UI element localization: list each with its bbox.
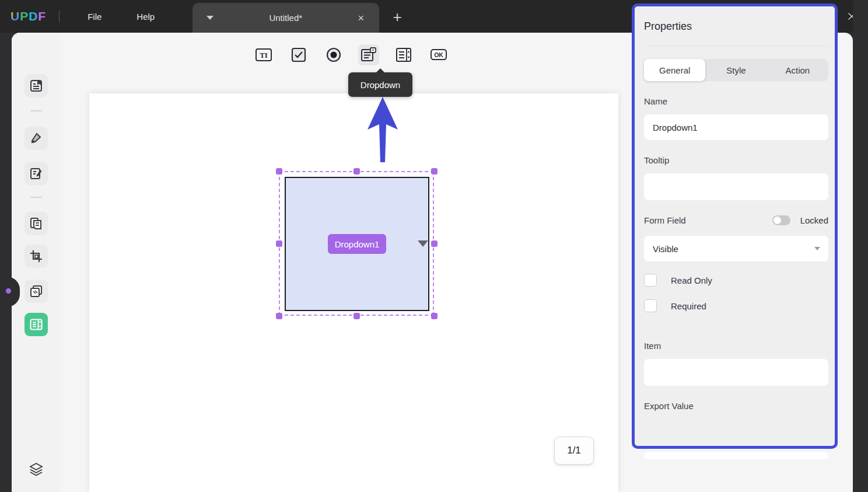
tab-action[interactable]: Action	[767, 59, 828, 81]
titlebar-divider	[59, 11, 60, 22]
locked-label: Locked	[800, 215, 828, 225]
export-value-input[interactable]	[644, 452, 828, 459]
sidebar-item-comment[interactable]	[24, 127, 48, 150]
text-field-tool[interactable]: TI	[253, 44, 274, 65]
properties-panel: Properties General Style Action Name Too…	[632, 4, 838, 449]
name-input[interactable]	[644, 114, 828, 140]
field-name-badge: Dropdown1	[328, 234, 386, 254]
tooltip-input[interactable]	[644, 173, 828, 200]
visibility-select[interactable]: Visible	[644, 236, 828, 261]
export-value-label: Export Value	[644, 401, 828, 411]
svg-text:OK: OK	[434, 51, 443, 58]
sidebar-divider	[30, 197, 42, 198]
document-canvas: TI OK Dropdown	[61, 33, 642, 492]
select-caret-icon	[814, 247, 820, 250]
menu-help[interactable]: Help	[119, 0, 172, 33]
locked-toggle[interactable]	[772, 215, 790, 225]
reader-icon	[29, 78, 44, 93]
push-button-tool[interactable]: OK	[428, 44, 449, 65]
form-icon	[29, 317, 44, 332]
read-only-label: Read Only	[671, 275, 712, 285]
tab-close-icon[interactable]: ×	[358, 13, 364, 23]
resize-handle-nw[interactable]	[276, 168, 282, 175]
tooltip-field-label: Tooltip	[644, 155, 828, 165]
name-label: Name	[644, 96, 828, 106]
svg-text:TI: TI	[260, 51, 268, 60]
toggle-knob	[774, 217, 781, 224]
notch-dot-icon	[6, 288, 11, 294]
sidebar-item-reader[interactable]	[24, 74, 48, 97]
resize-handle-w[interactable]	[276, 240, 282, 247]
tooltip-label: Dropdown	[360, 80, 400, 90]
page-tools-icon	[29, 284, 44, 299]
form-toolbar: TI OK	[61, 39, 642, 74]
sidebar-item-edit[interactable]	[24, 162, 48, 185]
item-input[interactable]	[644, 359, 828, 386]
tooltip-caret	[376, 68, 384, 72]
tab-title: Untitled*	[214, 13, 358, 23]
resize-handle-s[interactable]	[354, 313, 360, 319]
window-frame-right	[853, 0, 868, 492]
resize-handle-ne[interactable]	[431, 168, 438, 175]
left-sidebar	[12, 33, 61, 492]
sidebar-divider	[30, 110, 42, 111]
new-tab-button[interactable]: +	[388, 8, 406, 26]
form-field-label: Form Field	[644, 215, 686, 225]
annotation-arrow-icon	[364, 97, 401, 164]
organize-pages-icon	[29, 216, 44, 231]
resize-handle-se[interactable]	[431, 313, 438, 319]
sidebar-item-crop[interactable]	[24, 245, 48, 268]
document-tab[interactable]: Untitled* ×	[192, 3, 379, 33]
crop-icon	[29, 249, 44, 264]
checkbox-tool[interactable]	[288, 44, 309, 65]
panel-title: Properties	[644, 20, 828, 33]
dropdown-tooltip: Dropdown	[348, 72, 412, 97]
dropdown-tool[interactable]	[358, 44, 379, 65]
layers-icon	[28, 461, 44, 477]
sidebar-item-page-tools[interactable]	[24, 280, 48, 303]
properties-tabs: General Style Action	[644, 59, 828, 81]
sidebar-item-layers[interactable]	[24, 458, 48, 481]
highlighter-icon	[29, 131, 44, 146]
visibility-value: Visible	[653, 244, 678, 254]
required-label: Required	[671, 301, 706, 311]
sidebar-item-organize-pages[interactable]	[24, 212, 48, 235]
radio-button-tool[interactable]	[323, 44, 344, 65]
tab-dropdown-icon[interactable]	[206, 16, 214, 20]
tab-style[interactable]: Style	[705, 59, 766, 81]
updf-logo: UPDF	[10, 9, 46, 23]
page-indicator[interactable]: 1/1	[554, 437, 594, 465]
list-box-tool[interactable]	[393, 44, 414, 65]
field-dropdown-caret-icon	[418, 240, 428, 247]
sidebar-item-form[interactable]	[24, 313, 48, 336]
item-label: Item	[644, 341, 828, 351]
read-only-checkbox[interactable]	[644, 274, 657, 287]
edit-pdf-icon	[29, 166, 44, 181]
resize-handle-n[interactable]	[354, 168, 360, 175]
resize-handle-sw[interactable]	[276, 313, 282, 319]
menu-file[interactable]: File	[70, 0, 119, 33]
panel-divider	[644, 46, 828, 46]
resize-handle-e[interactable]	[431, 240, 438, 247]
tab-general[interactable]: General	[644, 59, 705, 81]
required-checkbox[interactable]	[644, 299, 657, 312]
